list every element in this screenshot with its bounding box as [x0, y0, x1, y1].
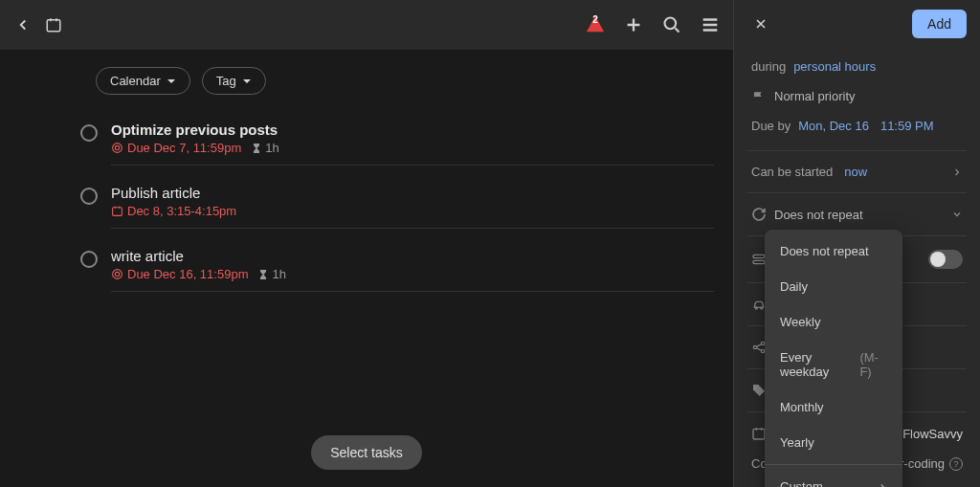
repeat-value: Does not repeat	[774, 208, 863, 222]
tag-filter-label: Tag	[216, 74, 236, 88]
task-title: Optimize previous posts	[111, 122, 714, 138]
svg-rect-4	[113, 208, 122, 216]
task-list: Optimize previous posts Due Dec 7, 11:59…	[0, 112, 733, 435]
hourglass-icon	[257, 269, 269, 280]
task-checkbox[interactable]	[80, 188, 98, 205]
chevron-right-icon	[951, 166, 963, 178]
svg-point-2	[113, 144, 122, 153]
hourglass-icon	[251, 143, 262, 154]
alert-count: 2	[582, 14, 609, 25]
repeat-option-no-repeat[interactable]: Does not repeat	[765, 233, 902, 269]
task-title: Publish article	[111, 185, 714, 201]
calendar-icon-button[interactable]	[40, 11, 67, 38]
close-panel-button[interactable]	[747, 11, 774, 37]
priority-label: Normal priority	[774, 89, 856, 103]
svg-rect-14	[753, 429, 765, 439]
task-duration: 1h	[251, 141, 278, 155]
start-value: now	[844, 165, 867, 179]
calendar-icon	[111, 205, 123, 217]
repeat-row[interactable]: Does not repeat	[734, 199, 980, 230]
detail-panel: Add during personal hours Normal priorit…	[733, 0, 980, 487]
repeat-icon	[751, 207, 767, 222]
select-tasks-button[interactable]: Select tasks	[311, 435, 421, 470]
svg-rect-0	[47, 20, 60, 32]
due-row[interactable]: Due by Mon, Dec 16 11:59 PM	[734, 111, 980, 141]
task-row[interactable]: write article Due Dec 16, 11:59pm 1h	[80, 238, 714, 301]
svg-point-5	[113, 270, 122, 279]
svg-rect-8	[753, 260, 765, 263]
calendar-value: FlowSavvy	[902, 427, 963, 441]
target-icon	[111, 268, 123, 280]
can-start-row[interactable]: Can be started now	[734, 157, 980, 187]
svg-point-6	[115, 272, 119, 276]
task-due: Dec 8, 3:15-4:15pm	[111, 204, 236, 218]
task-checkbox[interactable]	[80, 124, 98, 142]
repeat-option-yearly[interactable]: Yearly	[765, 425, 902, 460]
svg-point-1	[665, 18, 677, 30]
info-icon: ?	[949, 457, 963, 471]
start-label: Can be started	[751, 165, 833, 179]
task-title: write article	[111, 248, 714, 264]
during-value: personal hours	[793, 59, 876, 74]
tag-filter[interactable]: Tag	[202, 67, 266, 95]
repeat-option-monthly[interactable]: Monthly	[765, 389, 902, 425]
filter-bar: Calendar Tag	[0, 50, 733, 112]
chevron-down-icon	[951, 209, 963, 220]
repeat-dropdown: Does not repeat Daily Weekly Every weekd…	[765, 230, 902, 487]
task-row[interactable]: Optimize previous posts Due Dec 7, 11:59…	[80, 112, 714, 175]
dropdown-divider	[765, 464, 902, 465]
task-due: Due Dec 7, 11:59pm	[111, 141, 241, 155]
topbar: 2	[0, 0, 733, 50]
alert-badge[interactable]: 2	[582, 11, 609, 38]
priority-row[interactable]: Normal priority	[734, 81, 980, 111]
task-due: Due Dec 16, 11:59pm	[111, 267, 248, 281]
task-duration: 1h	[257, 267, 285, 281]
repeat-option-daily[interactable]: Daily	[765, 269, 902, 304]
search-button[interactable]	[658, 11, 685, 38]
during-row[interactable]: during personal hours	[734, 52, 980, 81]
menu-button[interactable]	[697, 11, 724, 38]
chevron-down-icon	[242, 77, 252, 86]
calendar-filter[interactable]: Calendar	[96, 67, 190, 95]
during-label: during	[751, 59, 786, 74]
repeat-option-custom[interactable]: Custom	[765, 469, 902, 487]
repeat-option-weekday[interactable]: Every weekday (M-F)	[765, 340, 902, 389]
back-button[interactable]	[10, 11, 36, 38]
svg-point-3	[115, 145, 119, 149]
due-date: Mon, Dec 16	[798, 119, 869, 133]
flag-icon	[751, 90, 767, 103]
svg-rect-7	[753, 255, 765, 257]
repeat-option-weekly[interactable]: Weekly	[765, 304, 902, 340]
due-time: 11:59 PM	[880, 119, 934, 133]
target-icon	[111, 142, 123, 154]
task-checkbox[interactable]	[80, 251, 98, 268]
due-label: Due by	[751, 119, 791, 133]
add-button[interactable]	[620, 11, 647, 38]
split-toggle[interactable]	[928, 250, 963, 269]
calendar-filter-label: Calendar	[110, 74, 161, 88]
chevron-right-icon	[878, 482, 887, 488]
add-task-button[interactable]: Add	[912, 10, 967, 38]
task-row[interactable]: Publish article Dec 8, 3:15-4:15pm	[80, 175, 714, 238]
chevron-down-icon	[167, 77, 176, 86]
